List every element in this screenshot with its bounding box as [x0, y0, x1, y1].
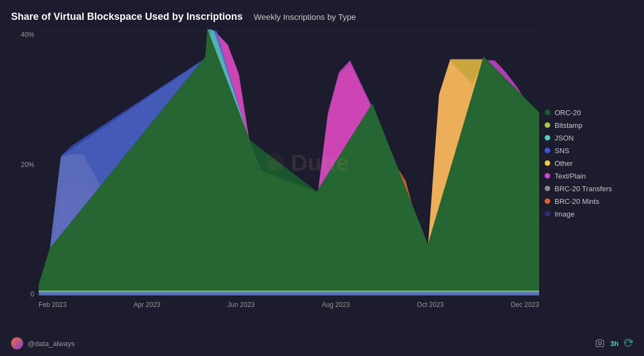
- chart-svg: [39, 28, 539, 298]
- legend-item-json: JSON: [545, 134, 633, 142]
- legend-dot-orc20: [545, 110, 550, 115]
- legend-dot-json: [545, 135, 550, 141]
- legend: ORC-20 Bitstamp JSON SNS Other Text/Plai…: [539, 28, 633, 315]
- x-label-apr: Apr 2023: [134, 301, 161, 309]
- user-info: @data_always: [11, 337, 74, 349]
- x-label-dec: Dec 2023: [511, 301, 539, 309]
- y-label-40: 40%: [11, 31, 39, 39]
- y-label-0: 0: [11, 290, 39, 298]
- legend-dot-bitstamp: [545, 122, 550, 128]
- x-axis: Feb 2023 Apr 2023 Jun 2023 Aug 2023 Oct …: [39, 298, 539, 315]
- legend-item-image: Image: [545, 210, 633, 218]
- avatar: [11, 337, 23, 349]
- legend-dot-brc20transfers: [545, 186, 550, 191]
- main-title: Share of Virtual Blockspace Used by Insc…: [11, 11, 243, 23]
- legend-item-orc20: ORC-20: [545, 109, 633, 117]
- camera-icon[interactable]: [595, 338, 605, 348]
- chart-content: Dune: [39, 28, 539, 315]
- svg-point-5: [598, 342, 601, 344]
- legend-label-json: JSON: [555, 134, 574, 142]
- x-label-aug: Aug 2023: [322, 301, 350, 309]
- sub-title: Weekly Inscriptions by Type: [254, 12, 356, 21]
- y-axis: 40% 20% 0: [11, 28, 39, 315]
- chart-area: 40% 20% 0 Dune: [11, 28, 633, 315]
- refresh-icon[interactable]: [624, 339, 633, 348]
- legend-item-bitstamp: Bitstamp: [545, 121, 633, 130]
- legend-dot-sns: [545, 148, 550, 153]
- legend-label-sns: SNS: [555, 147, 570, 155]
- legend-dot-other: [545, 160, 550, 166]
- legend-item-brc20mints: BRC-20 Mints: [545, 197, 633, 206]
- title-row: Share of Virtual Blockspace Used by Insc…: [11, 11, 633, 23]
- legend-label-orc20: ORC-20: [555, 109, 581, 117]
- dashboard-container: Share of Virtual Blockspace Used by Insc…: [0, 0, 644, 356]
- x-label-jun: Jun 2023: [227, 301, 254, 309]
- legend-item-textplain: Text/Plain: [545, 172, 633, 180]
- legend-dot-image: [545, 211, 550, 217]
- legend-item-sns: SNS: [545, 147, 633, 155]
- x-label-feb: Feb 2023: [39, 301, 67, 309]
- legend-label-bitstamp: Bitstamp: [555, 121, 583, 130]
- y-label-20: 20%: [11, 161, 39, 169]
- legend-item-other: Other: [545, 159, 633, 168]
- username: @data_always: [28, 339, 74, 348]
- legend-dot-brc20mints: [545, 198, 550, 204]
- legend-item-brc20transfers: BRC-20 Transfers: [545, 185, 633, 193]
- time-badge: 3h: [610, 339, 619, 348]
- legend-label-image: Image: [555, 210, 574, 218]
- legend-label-brc20mints: BRC-20 Mints: [555, 197, 599, 206]
- footer-right: 3h: [595, 338, 633, 348]
- legend-label-textplain: Text/Plain: [555, 172, 586, 180]
- legend-dot-textplain: [545, 173, 550, 179]
- legend-label-other: Other: [555, 159, 573, 168]
- svg-container: Dune: [39, 28, 539, 298]
- x-label-oct: Oct 2023: [417, 301, 444, 309]
- legend-label-brc20transfers: BRC-20 Transfers: [555, 185, 612, 193]
- footer: @data_always 3h: [11, 337, 633, 349]
